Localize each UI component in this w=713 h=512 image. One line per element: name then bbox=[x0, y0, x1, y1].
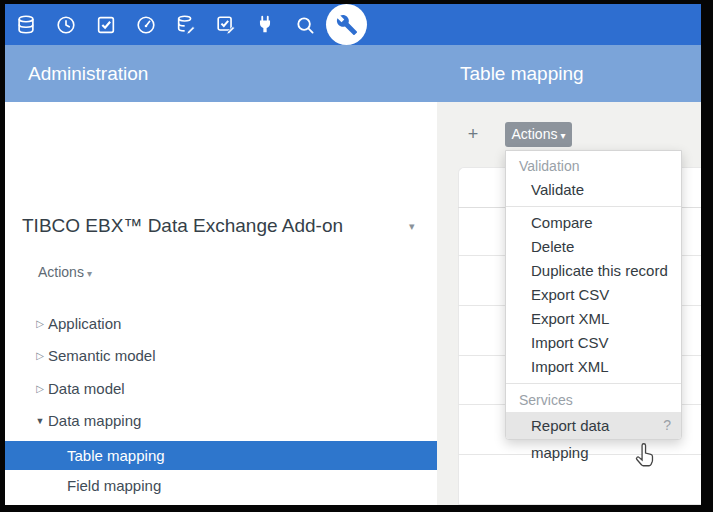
wrench-icon-active[interactable] bbox=[326, 4, 367, 45]
menu-item-import-xml[interactable]: Import XML bbox=[506, 355, 681, 379]
tree-item-data-model[interactable]: ▷ Data model bbox=[5, 375, 437, 403]
collapse-triangle-icon[interactable]: ▷ bbox=[33, 375, 47, 403]
menu-item-duplicate[interactable]: Duplicate this record bbox=[506, 259, 681, 283]
search-icon[interactable] bbox=[292, 12, 317, 37]
menu-divider bbox=[506, 206, 681, 207]
clock-icon[interactable] bbox=[53, 12, 78, 37]
page-title-table-mapping: Table mapping bbox=[460, 45, 584, 102]
tree-item-semantic-model[interactable]: ▷ Semantic model bbox=[5, 342, 437, 370]
caret-down-icon: ▾ bbox=[560, 130, 565, 141]
collapse-triangle-icon[interactable]: ▷ bbox=[33, 310, 47, 338]
checkbox-icon[interactable] bbox=[93, 12, 118, 37]
menu-item-import-csv[interactable]: Import CSV bbox=[506, 331, 681, 355]
tree-item-table-mapping-selected[interactable]: Table mapping bbox=[5, 441, 437, 470]
app-window: Administration Table mapping TIBCO EBX™ … bbox=[5, 4, 701, 505]
gauge-icon[interactable] bbox=[133, 12, 158, 37]
expand-triangle-icon[interactable]: ▼ bbox=[33, 407, 47, 435]
admin-sidebar-panel: TIBCO EBX™ Data Exchange Add-on ▾ Action… bbox=[5, 102, 437, 505]
menu-item-validate[interactable]: Validate bbox=[506, 178, 681, 202]
database-icon[interactable] bbox=[13, 12, 38, 37]
menu-item-export-xml[interactable]: Export XML bbox=[506, 307, 681, 331]
collapse-triangle-icon[interactable]: ▷ bbox=[33, 342, 47, 370]
menu-section-services: Services bbox=[506, 388, 681, 412]
dataset-title-caret-icon[interactable]: ▾ bbox=[409, 220, 415, 233]
tree-item-data-mapping[interactable]: ▼ Data mapping bbox=[5, 407, 437, 435]
checkbox-edit-icon[interactable] bbox=[213, 12, 238, 37]
menu-divider bbox=[506, 383, 681, 384]
right-actions-menu-button[interactable]: Actions▾ bbox=[505, 122, 572, 147]
tree-item-field-mapping[interactable]: Field mapping bbox=[5, 472, 437, 500]
menu-item-report-data-mapping[interactable]: Report data mapping ? bbox=[506, 412, 681, 439]
top-toolbar bbox=[5, 4, 701, 45]
plug-icon[interactable] bbox=[252, 12, 277, 37]
tree-item-application[interactable]: ▷ Application bbox=[5, 310, 437, 338]
menu-item-compare[interactable]: Compare bbox=[506, 211, 681, 235]
header-bar: Administration Table mapping bbox=[5, 45, 701, 102]
actions-dropdown-menu: Validation Validate Compare Delete Dupli… bbox=[505, 150, 682, 440]
menu-item-delete[interactable]: Delete bbox=[506, 235, 681, 259]
caret-down-icon: ▾ bbox=[87, 268, 92, 279]
database-edit-icon[interactable] bbox=[173, 12, 198, 37]
dataset-title: TIBCO EBX™ Data Exchange Add-on bbox=[22, 215, 343, 237]
menu-item-export-csv[interactable]: Export CSV bbox=[506, 283, 681, 307]
menu-section-validation: Validation bbox=[506, 154, 681, 178]
left-actions-menu-button[interactable]: Actions▾ bbox=[38, 264, 92, 280]
help-icon[interactable]: ? bbox=[663, 412, 671, 439]
page-title-administration: Administration bbox=[28, 45, 148, 102]
add-record-button[interactable]: + bbox=[463, 122, 483, 147]
